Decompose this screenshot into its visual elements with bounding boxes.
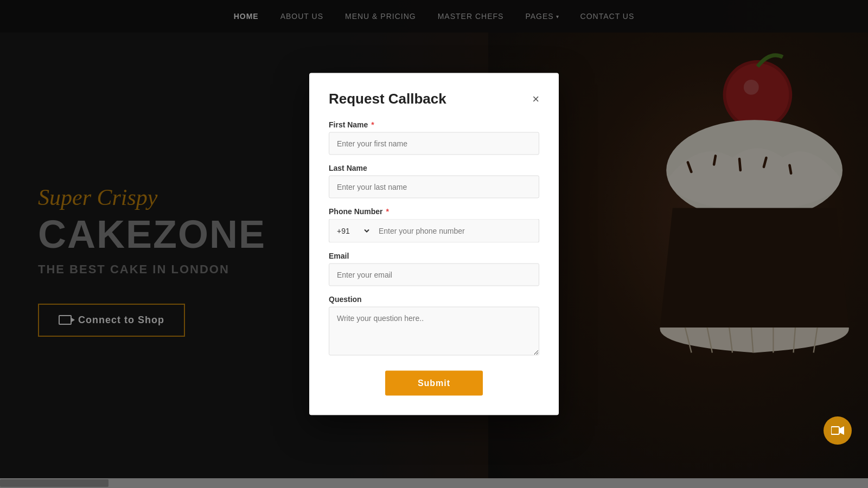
last-name-input[interactable] xyxy=(329,176,539,198)
question-group: Question xyxy=(329,295,539,358)
phone-number-group: Phone Number * +91 +1 +44 +61 xyxy=(329,207,539,243)
country-code-select[interactable]: +91 +1 +44 +61 xyxy=(329,219,371,243)
phone-input-group: +91 +1 +44 +61 xyxy=(329,219,539,243)
video-fab-icon xyxy=(831,426,844,435)
last-name-label: Last Name xyxy=(329,164,539,172)
email-label: Email xyxy=(329,252,539,260)
svg-marker-17 xyxy=(840,426,844,435)
svg-rect-16 xyxy=(831,427,839,434)
phone-required: * xyxy=(386,207,388,216)
question-textarea[interactable] xyxy=(329,307,539,356)
request-callback-modal: Request Callback × First Name * Last Nam… xyxy=(309,73,559,415)
video-fab-button[interactable] xyxy=(824,416,852,445)
last-name-group: Last Name xyxy=(329,164,539,198)
phone-number-input[interactable] xyxy=(371,219,539,243)
screen: HOME ABOUT US MENU & PRICING MASTER CHEF… xyxy=(0,0,868,488)
first-name-required: * xyxy=(371,120,374,129)
modal-title: Request Callback xyxy=(329,91,446,107)
email-group: Email xyxy=(329,252,539,286)
modal-container: Request Callback × First Name * Last Nam… xyxy=(309,73,559,415)
modal-close-button[interactable]: × xyxy=(532,93,539,105)
modal-header: Request Callback × xyxy=(329,91,539,107)
first-name-input[interactable] xyxy=(329,132,539,155)
first-name-group: First Name * xyxy=(329,120,539,155)
question-label: Question xyxy=(329,295,539,304)
email-input[interactable] xyxy=(329,264,539,286)
phone-number-label: Phone Number * xyxy=(329,207,539,216)
submit-button[interactable]: Submit xyxy=(385,371,483,396)
first-name-label: First Name * xyxy=(329,120,539,129)
